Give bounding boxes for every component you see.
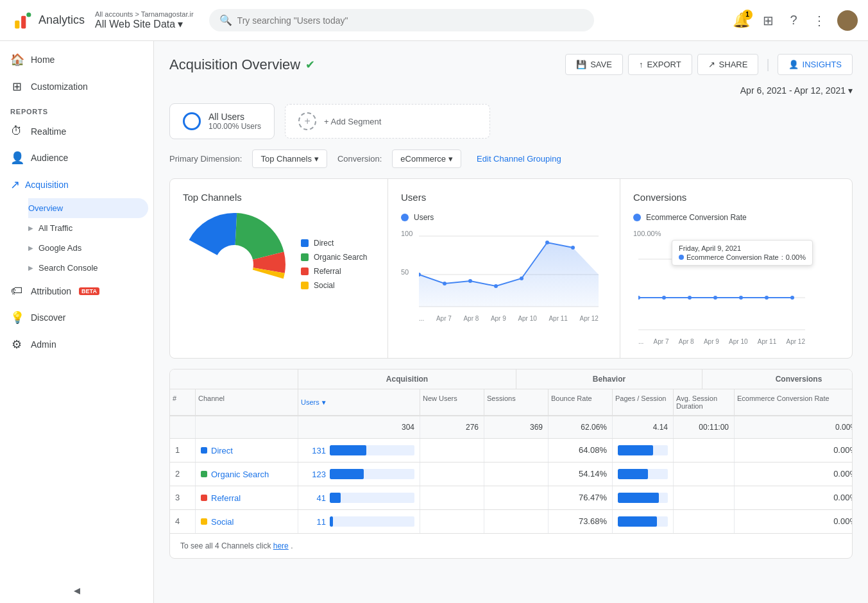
svg-point-31 [739,296,743,300]
top-channels-select[interactable]: Top Channels ▾ [252,149,327,168]
edit-channel-grouping-link[interactable]: Edit Channel Grouping [477,154,561,164]
admin-icon: ⚙ [10,337,23,352]
conversions-chart-area: Friday, April 9, 2021 Ecommerce Conversi… [633,240,839,345]
main-layout: 🏠 Home ⊞ Customization REPORTS ⏱ Realtim… [0,41,868,603]
total-avg-session: 00:11:00 [674,416,735,438]
sidebar-item-attribution[interactable]: 🏷 Attribution BETA [0,278,148,304]
totals-row: 304 276 369 62.06% 4.14 00:11:00 0.00% 0… [170,416,852,439]
svg-point-20 [494,284,498,288]
share-button[interactable]: ↗ SHARE [697,54,759,75]
export-icon: ↑ [639,60,643,69]
col-channel: Channel [196,389,298,415]
svg-point-19 [468,279,472,283]
col-avg-session[interactable]: Avg. Session Duration [674,389,735,415]
account-name[interactable]: All Web Site Data ▾ [95,18,194,30]
segment-name: All Users [208,112,261,122]
help-icon[interactable]: ? [786,13,801,28]
channel-dot-direct [201,447,207,454]
chevron-down-icon: ▾ [448,154,453,164]
total-users: 304 [298,416,420,438]
collapse-icon: ◀ [74,586,80,595]
table-row: 1 Direct 131 64.08% [170,439,852,463]
collapse-sidebar-button[interactable]: ◀ [0,578,153,603]
y-50: 50 [401,268,409,276]
user-avatar[interactable] [837,10,858,31]
account-selector[interactable]: All accounts > Tarnamagostar.ir All Web … [95,10,194,30]
customization-icon: ⊞ [10,80,23,94]
sidebar-item-overview[interactable]: Overview [28,198,148,218]
conv-y-label: 100.00% [633,230,839,237]
sidebar-item-acquisition[interactable]: ↗ Acquisition [0,171,153,198]
svg-point-28 [662,296,666,300]
row-users-direct: 131 [298,439,420,462]
sidebar-item-home[interactable]: 🏠 Home [0,46,148,73]
sidebar-item-search-console[interactable]: ▶ Search Console [28,258,148,278]
users-dot [401,214,409,221]
data-table: Acquisition Behavior Conversions # Chann… [169,369,853,559]
logo-area: Analytics [10,9,85,32]
table-row: 4 Social 11 73.68% [170,510,852,534]
header-actions: 💾 SAVE ↑ EXPORT ↗ SHARE | 👤 INSIGHTS [565,54,853,75]
table-footer-link[interactable]: here [273,541,289,550]
verified-icon: ✔ [305,58,315,72]
date-range[interactable]: Apr 6, 2021 - Apr 12, 2021 ▾ [169,85,853,96]
notification-badge: 1 [742,10,753,20]
topbar-right: 🔔 1 ⊞ ? ⋮ [733,10,858,31]
add-segment-button[interactable]: + + Add Segment [285,104,490,139]
total-new-users: 276 [420,416,484,438]
col-pages-session[interactable]: Pages / Session [613,389,674,415]
sidebar-item-realtime[interactable]: ⏱ Realtime [0,118,148,144]
svg-point-33 [790,296,794,300]
col-headers-row: # Channel Users ▼ New Users Sessions Bou… [170,389,852,416]
col-new-users[interactable]: New Users [420,389,484,415]
svg-text:42.8%: 42.8% [229,263,249,271]
conversions-group-header: Conversions [702,369,853,389]
chevron-down-icon: ▾ [848,85,853,96]
svg-text:13.4%: 13.4% [197,253,215,260]
users-legend: Users [401,213,607,222]
table-group-headers: Acquisition Behavior Conversions [170,369,852,389]
attribution-icon: 🏷 [10,284,23,298]
sidebar-item-google-ads[interactable]: ▶ Google Ads [28,238,148,258]
row-channel-organic[interactable]: Organic Search [196,463,298,486]
export-button[interactable]: ↑ EXPORT [628,54,692,75]
breadcrumb: All accounts > Tarnamagostar.ir [95,10,194,18]
save-button[interactable]: 💾 SAVE [565,54,623,75]
svg-rect-1 [15,21,19,29]
ecommerce-select[interactable]: eCommerce ▾ [392,149,461,168]
realtime-icon: ⏱ [10,124,23,138]
svg-point-21 [520,276,523,280]
col-bounce-rate[interactable]: Bounce Rate [549,389,613,415]
svg-rect-2 [21,15,26,28]
row-channel-social[interactable]: Social [196,510,298,533]
top-channels-panel: Top Channels [170,179,388,358]
row-channel-direct[interactable]: Direct [196,439,298,462]
insights-button[interactable]: 👤 INSIGHTS [778,54,853,75]
row-bounce-direct: 64.08% [549,439,613,462]
notification-button[interactable]: 🔔 1 [733,12,750,29]
svg-point-23 [571,246,575,250]
audience-icon: 👤 [10,151,23,165]
sidebar-item-discover[interactable]: 💡 Discover [0,304,148,331]
table-footer: To see all 4 Channels click here . [170,534,852,558]
search-bar[interactable]: 🔍 [209,9,594,31]
sidebar-item-all-traffic[interactable]: ▶ All Traffic [28,218,148,238]
sort-icon: ▼ [321,399,327,406]
col-ecommerce-conv[interactable]: Ecommerce Conversion Rate [735,389,853,415]
col-users[interactable]: Users ▼ [298,389,420,415]
all-users-segment[interactable]: All Users 100.00% Users [169,103,275,139]
share-icon: ↗ [708,60,715,69]
svg-point-29 [688,296,692,300]
col-sessions[interactable]: Sessions [484,389,549,415]
sidebar-item-admin[interactable]: ⚙ Admin [0,331,148,358]
sidebar-item-audience[interactable]: 👤 Audience [0,144,148,171]
apps-icon[interactable]: ⊞ [760,13,776,28]
more-options-icon[interactable]: ⋮ [812,13,827,28]
sidebar-item-customization[interactable]: ⊞ Customization [0,73,148,100]
legend-direct: Direct [301,239,367,248]
row-channel-referral[interactable]: Referral [196,486,298,509]
search-input[interactable] [237,15,584,26]
search-icon: 🔍 [219,14,232,26]
acquisition-icon: ↗ [10,178,20,192]
segments-row: All Users 100.00% Users + + Add Segment [169,103,853,139]
